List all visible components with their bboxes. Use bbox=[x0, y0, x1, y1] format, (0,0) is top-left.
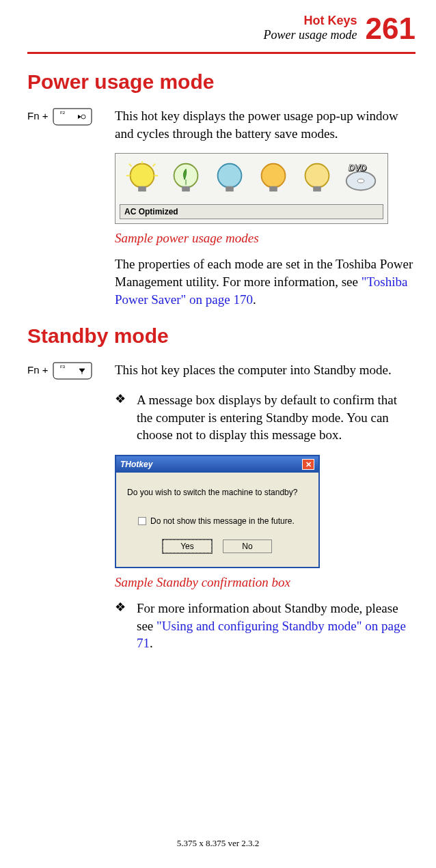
bullet2-text: For more information about Standby mode,… bbox=[137, 600, 415, 652]
bulb-green-icon bbox=[166, 160, 206, 199]
svg-text:F2: F2 bbox=[60, 111, 66, 115]
close-icon[interactable]: ✕ bbox=[302, 459, 314, 470]
standby-intro-text: This hot key places the computer into St… bbox=[115, 361, 415, 380]
standby-caption: Sample Standby confirmation box bbox=[115, 575, 415, 590]
svg-point-2 bbox=[131, 164, 154, 188]
yes-button[interactable]: Yes bbox=[163, 540, 212, 553]
dialog-title-text: THotkey bbox=[120, 460, 152, 469]
svg-point-6 bbox=[218, 164, 242, 188]
svg-rect-3 bbox=[138, 186, 146, 192]
svg-point-10 bbox=[305, 164, 329, 188]
f3-key-icon: F3 bbox=[52, 361, 93, 380]
bulb-yellow2-icon bbox=[297, 160, 337, 199]
svg-rect-9 bbox=[269, 186, 277, 192]
dialog-wrapper: THotkey ✕ Do you wish to switch the mach… bbox=[115, 455, 415, 568]
bulb-yellow-icon bbox=[122, 160, 162, 199]
bullet1-text: A message box displays by default to con… bbox=[137, 391, 415, 444]
hotkey-row-power: Fn + F2 This hot key displays the power … bbox=[27, 107, 415, 142]
section-title-power: Power usage mode bbox=[27, 70, 415, 94]
svg-point-13 bbox=[357, 179, 364, 183]
svg-text:DVD: DVD bbox=[349, 164, 367, 173]
svg-point-1 bbox=[81, 115, 85, 119]
svg-rect-5 bbox=[182, 186, 190, 192]
bullet-icon-2: ❖ bbox=[115, 600, 127, 652]
para-text-b: . bbox=[253, 292, 256, 307]
footer-version: 5.375 x 8.375 ver 2.3.2 bbox=[0, 838, 436, 849]
bullet-standby-2: ❖ For more information about Standby mod… bbox=[115, 600, 415, 652]
bullet2-b: . bbox=[150, 636, 153, 650]
bulb-orange-icon bbox=[254, 160, 293, 199]
power-para: The properties of each mode are set in t… bbox=[115, 255, 415, 308]
standby-config-link[interactable]: "Using and configuring Standby mode" on … bbox=[137, 619, 406, 651]
page-header: Hot Keys Power usage mode 261 bbox=[27, 14, 415, 44]
power-caption: Sample power usage modes bbox=[115, 231, 415, 246]
svg-point-8 bbox=[262, 164, 286, 188]
header-subtitle: Power usage mode bbox=[264, 28, 357, 42]
ac-optimized-label: AC Optimized bbox=[120, 204, 383, 219]
fn-label-2: Fn + bbox=[27, 361, 48, 376]
bullet-standby-1: ❖ A message box displays by default to c… bbox=[115, 391, 415, 444]
power-intro-text: This hot key displays the power usage po… bbox=[115, 107, 415, 142]
f2-key-icon: F2 bbox=[52, 107, 93, 126]
dialog-checkbox[interactable] bbox=[138, 517, 146, 525]
svg-rect-7 bbox=[226, 186, 234, 192]
section-title-standby: Standby mode bbox=[27, 324, 415, 348]
page-number: 261 bbox=[366, 14, 415, 44]
power-modes-widget: DVD DVD AC Optimized bbox=[115, 153, 415, 224]
bullet-icon: ❖ bbox=[115, 391, 127, 444]
hotkey-row-standby: Fn + F3 This hot key places the computer… bbox=[27, 361, 415, 380]
bulb-blue-icon bbox=[210, 160, 249, 199]
dvd-disc-icon: DVD DVD bbox=[341, 160, 381, 199]
svg-rect-11 bbox=[313, 186, 321, 192]
hot-keys-title: Hot Keys bbox=[264, 14, 357, 28]
thotkey-dialog: THotkey ✕ Do you wish to switch the mach… bbox=[115, 455, 320, 568]
checkbox-label: Do not show this message in the future. bbox=[150, 516, 295, 526]
no-button[interactable]: No bbox=[223, 540, 272, 553]
fn-label: Fn + bbox=[27, 107, 48, 122]
dialog-message: Do you wish to switch the machine to sta… bbox=[127, 488, 308, 497]
svg-text:F3: F3 bbox=[60, 365, 66, 369]
header-divider bbox=[27, 52, 415, 54]
